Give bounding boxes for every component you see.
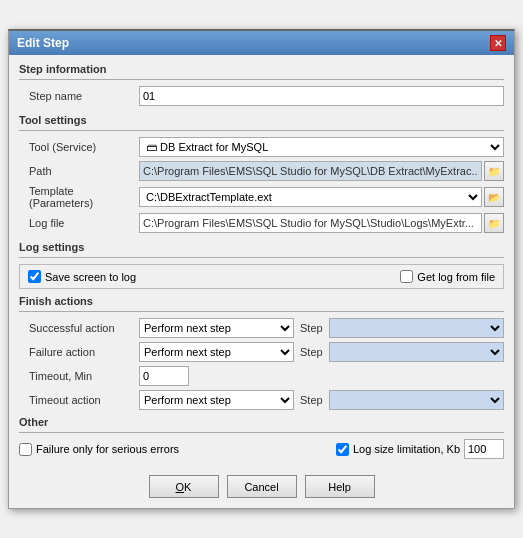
failure-serious-label[interactable]: Failure only for serious errors — [19, 443, 179, 456]
timeout-min-label: Timeout, Min — [19, 370, 139, 382]
timeout-min-input[interactable] — [139, 366, 189, 386]
logfile-label: Log file — [19, 217, 139, 229]
path-control: 📁 — [139, 161, 504, 181]
failure-action-row: Failure action Perform next step Stop Go… — [19, 342, 504, 362]
tool-service-row: Tool (Service) 🗃 DB Extract for MySQL — [19, 137, 504, 157]
finish-actions-divider — [19, 311, 504, 312]
tool-settings-section-label: Tool settings — [19, 114, 504, 126]
log-settings-wrapper: Save screen to log Get log from file — [19, 264, 504, 289]
edit-step-dialog: Edit Step ✕ Step information Step name T… — [8, 29, 515, 509]
save-screen-label: Save screen to log — [45, 271, 136, 283]
get-log-checkbox[interactable] — [400, 270, 413, 283]
path-row: Path 📁 — [19, 161, 504, 181]
log-settings-section-label: Log settings — [19, 241, 504, 253]
template-label: Template (Parameters) — [19, 185, 139, 209]
step-name-control — [139, 86, 504, 106]
other-section: Failure only for serious errors Log size… — [19, 439, 504, 459]
step-info-divider — [19, 79, 504, 80]
cancel-button[interactable]: Cancel — [227, 475, 297, 498]
folder-open-icon: 📂 — [488, 192, 500, 203]
other-divider — [19, 432, 504, 433]
path-label: Path — [19, 165, 139, 177]
timeout-min-controls — [139, 366, 504, 386]
successful-step-select[interactable] — [329, 318, 504, 338]
folder-icon: 📁 — [488, 166, 500, 177]
other-section-label: Other — [19, 416, 504, 428]
step-info-section-label: Step information — [19, 63, 504, 75]
timeout-action-select[interactable]: Perform next step Stop Go to step — [139, 390, 294, 410]
successful-action-controls: Perform next step Stop Go to step Step — [139, 318, 504, 338]
timeout-min-row: Timeout, Min — [19, 366, 504, 386]
get-log-label: Get log from file — [417, 271, 495, 283]
dialog-body: Step information Step name Tool settings… — [9, 55, 514, 508]
timeout-step-select[interactable] — [329, 390, 504, 410]
timeout-step-label: Step — [300, 394, 323, 406]
title-bar: Edit Step ✕ — [9, 31, 514, 55]
failure-step-select[interactable] — [329, 342, 504, 362]
tool-service-control: 🗃 DB Extract for MySQL — [139, 137, 504, 157]
template-row: Template (Parameters) C:\DBExtractTempla… — [19, 185, 504, 209]
successful-action-row: Successful action Perform next step Stop… — [19, 318, 504, 338]
dialog-title: Edit Step — [17, 36, 69, 50]
failure-step-label: Step — [300, 346, 323, 358]
timeout-action-row: Timeout action Perform next step Stop Go… — [19, 390, 504, 410]
template-select[interactable]: C:\DBExtractTemplate.ext — [139, 187, 482, 207]
logfile-browse-button[interactable]: 📁 — [484, 213, 504, 233]
step-name-input[interactable] — [139, 86, 504, 106]
timeout-action-label: Timeout action — [19, 394, 139, 406]
timeout-action-controls: Perform next step Stop Go to step Step — [139, 390, 504, 410]
logfile-input[interactable] — [139, 213, 482, 233]
failure-action-select[interactable]: Perform next step Stop Go to step — [139, 342, 294, 362]
successful-action-select[interactable]: Perform next step Stop Go to step — [139, 318, 294, 338]
template-control: C:\DBExtractTemplate.ext 📂 — [139, 187, 504, 207]
template-browse-button[interactable]: 📂 — [484, 187, 504, 207]
log-size-checkbox[interactable] — [336, 443, 349, 456]
cancel-label: Cancel — [244, 481, 278, 493]
path-input[interactable] — [139, 161, 482, 181]
log-size-text: Log size limitation, Kb — [353, 443, 460, 455]
logfile-row: Log file 📁 — [19, 213, 504, 233]
ok-button[interactable]: OK — [149, 475, 219, 498]
save-screen-checkbox-label[interactable]: Save screen to log — [28, 270, 136, 283]
help-label: Help — [328, 481, 351, 493]
tool-settings-divider — [19, 130, 504, 131]
failure-action-label: Failure action — [19, 346, 139, 358]
tool-service-select[interactable]: 🗃 DB Extract for MySQL — [139, 137, 504, 157]
successful-action-label: Successful action — [19, 322, 139, 334]
close-button[interactable]: ✕ — [490, 35, 506, 51]
failure-serious-checkbox[interactable] — [19, 443, 32, 456]
failure-serious-text: Failure only for serious errors — [36, 443, 179, 455]
log-settings-divider — [19, 257, 504, 258]
help-button[interactable]: Help — [305, 475, 375, 498]
logfile-folder-icon: 📁 — [488, 218, 500, 229]
successful-step-label: Step — [300, 322, 323, 334]
finish-actions-section-label: Finish actions — [19, 295, 504, 307]
failure-action-controls: Perform next step Stop Go to step Step — [139, 342, 504, 362]
button-row: OK Cancel Help — [19, 469, 504, 498]
step-name-row: Step name — [19, 86, 504, 106]
log-size-input[interactable] — [464, 439, 504, 459]
get-log-checkbox-label[interactable]: Get log from file — [400, 270, 495, 283]
tool-service-label: Tool (Service) — [19, 141, 139, 153]
ok-label: OK — [176, 481, 192, 493]
logfile-control: 📁 — [139, 213, 504, 233]
step-name-label: Step name — [19, 90, 139, 102]
save-screen-checkbox[interactable] — [28, 270, 41, 283]
log-size-label[interactable]: Log size limitation, Kb — [336, 443, 460, 456]
path-browse-button[interactable]: 📁 — [484, 161, 504, 181]
